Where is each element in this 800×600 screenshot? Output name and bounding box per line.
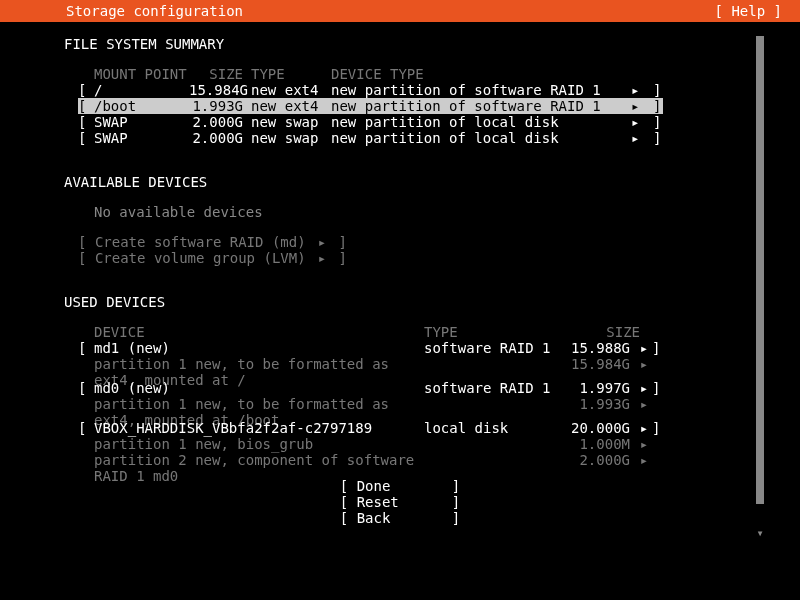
- fs-row[interactable]: [ /boot1.993Gnew ext4new partition of so…: [64, 98, 736, 114]
- partition-size: 15.984G: [560, 356, 630, 372]
- partition-desc: partition 1 new, to be formatted as ext4…: [94, 396, 424, 412]
- bracket-right: ]: [652, 380, 662, 396]
- used-device-row[interactable]: [ md0 (new)software RAID 11.997G▸]: [64, 380, 736, 396]
- used-devices-title: USED DEVICES: [64, 294, 736, 310]
- scroll-down-icon[interactable]: ▾: [756, 526, 763, 540]
- col-device: DEVICE: [94, 324, 424, 340]
- used-partition-row[interactable]: partition 1 new, bios_grub1.000M▸: [64, 436, 736, 452]
- bracket-right: ]: [653, 82, 663, 98]
- bracket-right: ]: [652, 340, 662, 356]
- available-title: AVAILABLE DEVICES: [64, 174, 736, 190]
- device-type: software RAID 1: [424, 380, 560, 396]
- bracket-left: [: [78, 380, 94, 396]
- fs-devtype: new partition of software RAID 1: [331, 98, 631, 114]
- main-content: FILE SYSTEM SUMMARY MOUNT POINT SIZE TYP…: [0, 22, 800, 526]
- partition-size: 1.000M: [560, 436, 630, 452]
- bracket-right: ]: [653, 114, 663, 130]
- fs-mount: /boot: [94, 98, 189, 114]
- partition-desc: partition 1 new, bios_grub: [94, 436, 424, 452]
- fs-type: new ext4: [251, 82, 331, 98]
- reset-button[interactable]: [ Reset: [340, 494, 452, 510]
- col-mount-point: MOUNT POINT: [94, 66, 189, 82]
- chevron-right-icon: ▸: [631, 98, 653, 114]
- bracket-left: [: [78, 114, 94, 130]
- used-column-headers: DEVICE TYPE SIZE: [64, 324, 736, 340]
- col-type: TYPE: [251, 66, 331, 82]
- action-buttons: [ Done] [ Reset] [ Back]: [64, 478, 736, 526]
- chevron-right-icon: ▸: [630, 436, 652, 452]
- fs-type: new swap: [251, 130, 331, 146]
- device-type: software RAID 1: [424, 340, 560, 356]
- create-lvm-menu[interactable]: [ Create volume group (LVM) ▸ ]: [64, 250, 736, 266]
- fs-mount: SWAP: [94, 114, 189, 130]
- create-raid-menu[interactable]: [ Create software RAID (md) ▸ ]: [64, 234, 736, 250]
- back-button[interactable]: [ Back: [340, 510, 452, 526]
- col-device-type: DEVICE TYPE: [331, 66, 736, 82]
- bracket-right: ]: [653, 130, 663, 146]
- page-title: Storage configuration: [10, 0, 243, 22]
- partition-size: 2.000G: [560, 452, 630, 468]
- fs-row[interactable]: [ /15.984Gnew ext4new partition of softw…: [64, 82, 736, 98]
- create-raid-label: Create software RAID (md): [95, 234, 306, 250]
- bracket-left: [: [78, 420, 94, 436]
- col-size: SIZE: [560, 324, 640, 340]
- partition-desc: partition 1 new, to be formatted as ext4…: [94, 356, 424, 372]
- chevron-right-icon: ▸: [631, 82, 653, 98]
- fs-type: new ext4: [251, 98, 331, 114]
- fs-summary-title: FILE SYSTEM SUMMARY: [64, 36, 736, 52]
- fs-devtype: new partition of local disk: [331, 114, 631, 130]
- fs-size: 2.000G: [189, 114, 251, 130]
- scrollbar-thumb[interactable]: [756, 36, 764, 504]
- fs-size: 2.000G: [189, 130, 251, 146]
- fs-type: new swap: [251, 114, 331, 130]
- no-available-devices: No available devices: [64, 204, 736, 220]
- chevron-right-icon: ▸: [631, 114, 653, 130]
- bracket-right: ]: [652, 420, 662, 436]
- bracket-left: [: [78, 82, 94, 98]
- bracket-left: [: [78, 98, 94, 114]
- used-device-row[interactable]: [ VBOX_HARDDISK_VBbfa2f2af-c2797189local…: [64, 420, 736, 436]
- col-size: SIZE: [189, 66, 251, 82]
- used-partition-row[interactable]: partition 1 new, to be formatted as ext4…: [64, 356, 736, 372]
- chevron-right-icon: ▸: [314, 250, 330, 266]
- scrollbar[interactable]: ▾: [756, 36, 764, 540]
- chevron-right-icon: ▸: [630, 396, 652, 412]
- fs-mount: /: [94, 82, 189, 98]
- chevron-right-icon: ▸: [630, 452, 652, 468]
- fs-row[interactable]: [ SWAP2.000Gnew swapnew partition of loc…: [64, 114, 736, 130]
- bracket-left: [: [78, 340, 94, 356]
- create-lvm-label: Create volume group (LVM): [95, 250, 306, 266]
- partition-size: 1.993G: [560, 396, 630, 412]
- fs-size: 15.984G: [189, 82, 251, 98]
- help-button[interactable]: [ Help ]: [715, 0, 790, 22]
- fs-column-headers: MOUNT POINT SIZE TYPE DEVICE TYPE: [64, 66, 736, 82]
- chevron-right-icon: ▸: [630, 340, 652, 356]
- partition-desc: partition 2 new, component of software R…: [94, 452, 424, 468]
- device-size: 15.988G: [560, 340, 630, 356]
- device-size: 20.000G: [560, 420, 630, 436]
- chevron-right-icon: ▸: [630, 420, 652, 436]
- chevron-right-icon: ▸: [630, 356, 652, 372]
- chevron-right-icon: ▸: [630, 380, 652, 396]
- col-type: TYPE: [424, 324, 560, 340]
- used-device-row[interactable]: [ md1 (new)software RAID 115.988G▸]: [64, 340, 736, 356]
- chevron-right-icon: ▸: [314, 234, 330, 250]
- device-name: md1 (new): [94, 340, 424, 356]
- fs-row[interactable]: [ SWAP2.000Gnew swapnew partition of loc…: [64, 130, 736, 146]
- fs-size: 1.993G: [189, 98, 251, 114]
- device-size: 1.997G: [560, 380, 630, 396]
- chevron-right-icon: ▸: [631, 130, 653, 146]
- used-partition-row[interactable]: partition 1 new, to be formatted as ext4…: [64, 396, 736, 412]
- device-name: md0 (new): [94, 380, 424, 396]
- done-button[interactable]: [ Done: [340, 478, 452, 494]
- fs-devtype: new partition of local disk: [331, 130, 631, 146]
- header-bar: Storage configuration [ Help ]: [0, 0, 800, 22]
- fs-devtype: new partition of software RAID 1: [331, 82, 631, 98]
- device-name: VBOX_HARDDISK_VBbfa2f2af-c2797189: [94, 420, 424, 436]
- fs-mount: SWAP: [94, 130, 189, 146]
- bracket-right: ]: [653, 98, 663, 114]
- used-partition-row[interactable]: partition 2 new, component of software R…: [64, 452, 736, 468]
- bracket-left: [: [78, 130, 94, 146]
- device-type: local disk: [424, 420, 560, 436]
